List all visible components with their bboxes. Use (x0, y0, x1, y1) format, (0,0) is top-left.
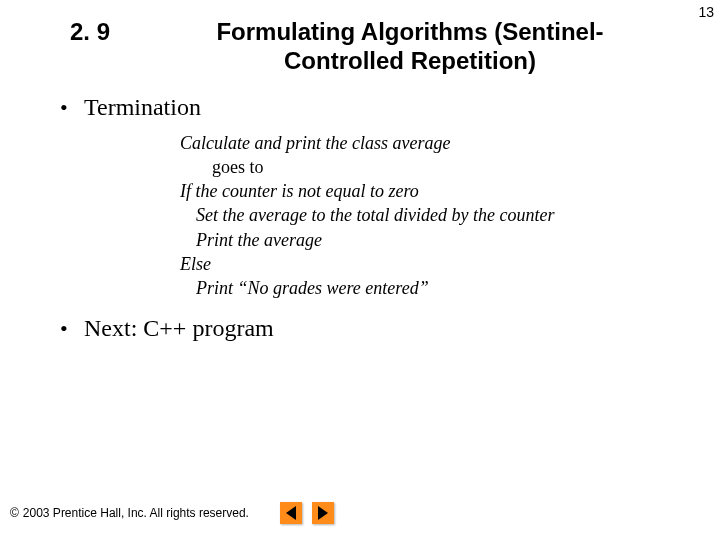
pseudo-line: goes to (180, 155, 720, 179)
bullet-text: Termination (84, 94, 201, 121)
bullet-dot-icon: • (60, 318, 84, 340)
bullet-termination: • Termination (60, 94, 720, 121)
footer: © 2003 Prentice Hall, Inc. All rights re… (10, 506, 249, 520)
pseudo-line: Set the average to the total divided by … (180, 203, 720, 227)
next-slide-button[interactable] (312, 502, 334, 524)
section-title: Formulating Algorithms (Sentinel-Control… (160, 18, 660, 76)
bullet-text: Next: C++ program (84, 315, 274, 342)
section-number: 2. 9 (70, 18, 160, 46)
slide-title-row: 2. 9 Formulating Algorithms (Sentinel-Co… (0, 0, 720, 76)
triangle-right-icon (318, 506, 328, 520)
pseudo-line: Calculate and print the class average (180, 131, 720, 155)
bullet-dot-icon: • (60, 97, 84, 119)
pseudocode-block: Calculate and print the class average go… (60, 125, 720, 301)
triangle-left-icon (286, 506, 296, 520)
pseudo-line: If the counter is not equal to zero (180, 179, 720, 203)
copyright-icon: © (10, 506, 19, 520)
bullet-next: • Next: C++ program (60, 315, 720, 342)
pseudo-line: Print the average (180, 228, 720, 252)
pseudo-line: Print “No grades were entered” (180, 276, 720, 300)
nav-buttons (280, 502, 334, 524)
page-number: 13 (698, 4, 714, 20)
footer-text: 2003 Prentice Hall, Inc. All rights rese… (23, 506, 249, 520)
prev-slide-button[interactable] (280, 502, 302, 524)
slide-body: • Termination Calculate and print the cl… (0, 76, 720, 342)
pseudo-line: Else (180, 252, 720, 276)
